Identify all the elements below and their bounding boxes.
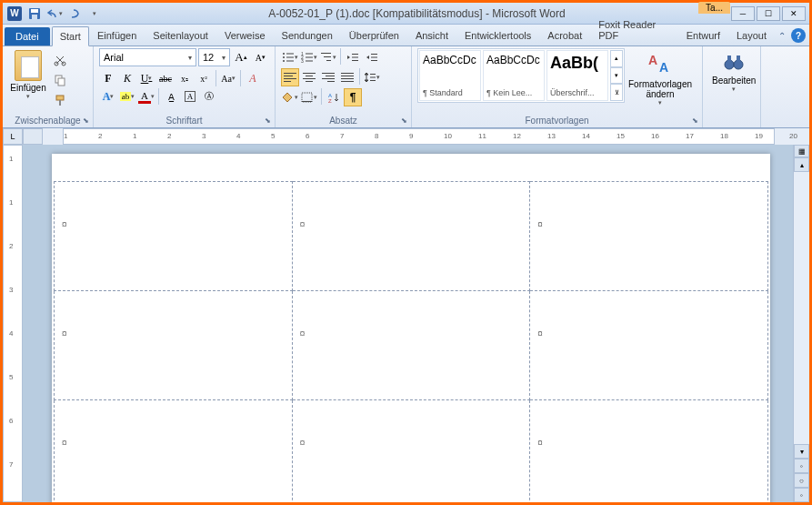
table-cell[interactable]: ¤: [55, 291, 293, 400]
paragraph-group-label: Absatz: [276, 114, 411, 127]
style-heading1[interactable]: AaBb( Überschrif...: [546, 50, 608, 101]
gallery-more-icon[interactable]: ⊻: [610, 84, 623, 101]
font-name-combo[interactable]: Arial▾: [99, 48, 196, 66]
tab-developer[interactable]: Entwicklertools: [456, 25, 539, 45]
redo-icon[interactable]: [66, 5, 83, 22]
browse-prev-icon[interactable]: ◦: [794, 459, 809, 473]
cut-icon[interactable]: [52, 52, 68, 68]
bullets-button[interactable]: ▾: [281, 48, 299, 66]
svg-rect-1: [31, 9, 38, 13]
grow-font-icon[interactable]: A▴: [232, 48, 249, 66]
qat-customize-icon[interactable]: ▾: [86, 5, 103, 22]
cell-end-mark: ¤: [537, 218, 543, 229]
gallery-down-icon[interactable]: ▾: [610, 67, 623, 85]
scroll-up-button[interactable]: ▴: [794, 157, 809, 172]
gallery-up-icon[interactable]: ▴: [610, 50, 623, 67]
ribbon-tabs: Datei Start Einfügen Seitenlayout Verwei…: [3, 25, 809, 46]
tab-references[interactable]: Verweise: [216, 25, 274, 45]
word-app-icon[interactable]: W: [6, 5, 23, 22]
svg-point-39: [725, 60, 734, 69]
close-button[interactable]: ✕: [782, 6, 806, 21]
minimize-button[interactable]: ─: [731, 6, 755, 21]
scroll-down-button[interactable]: ▾: [794, 444, 809, 459]
style-standard[interactable]: AaBbCcDc ¶ Standard: [419, 50, 481, 101]
format-painter-icon[interactable]: [52, 92, 68, 108]
increase-indent-button[interactable]: [363, 48, 381, 66]
highlight-button[interactable]: ab▾: [118, 87, 136, 106]
vertical-ruler[interactable]: 11234567: [3, 145, 23, 502]
file-tab[interactable]: Datei: [5, 27, 50, 45]
save-icon[interactable]: [26, 5, 43, 22]
find-button[interactable]: Bearbeiten ▾: [708, 48, 759, 127]
maximize-button[interactable]: ☐: [757, 6, 780, 21]
editing-label: Bearbeiten: [712, 76, 756, 86]
align-right-button[interactable]: [319, 68, 337, 86]
change-case-button[interactable]: Aa▾: [219, 69, 237, 87]
undo-icon[interactable]: ▾: [46, 5, 63, 22]
copy-icon[interactable]: [52, 72, 68, 88]
svg-point-13: [283, 60, 285, 62]
table-cell[interactable]: ¤: [530, 400, 768, 503]
multilevel-list-button[interactable]: ▾: [319, 48, 337, 66]
tab-acrobat[interactable]: Acrobat: [539, 25, 590, 45]
tab-design[interactable]: Entwurf: [678, 25, 728, 45]
sort-button[interactable]: AZ: [325, 88, 343, 106]
strikethrough-button[interactable]: abc: [156, 69, 175, 87]
align-left-button[interactable]: [281, 68, 299, 86]
help-icon[interactable]: ?: [791, 28, 806, 43]
label-table[interactable]: ¤ ¤ ¤ ¤ ¤ ¤ ¤ ¤ ¤: [54, 181, 768, 502]
scroll-track[interactable]: [794, 172, 809, 444]
document-page[interactable]: ¤ ¤ ¤ ¤ ¤ ¤ ¤ ¤ ¤: [52, 154, 770, 502]
align-center-button[interactable]: [300, 68, 318, 86]
ruler-toggle-icon[interactable]: ▦: [794, 145, 809, 157]
line-spacing-button[interactable]: ▾: [363, 68, 381, 86]
superscript-button[interactable]: x²: [195, 69, 213, 87]
table-cell[interactable]: ¤: [292, 182, 530, 291]
char-shading-icon[interactable]: A̲: [162, 87, 180, 106]
enclose-chars-icon[interactable]: Ⓐ: [200, 87, 218, 106]
borders-button[interactable]: ▾: [300, 88, 318, 106]
table-cell[interactable]: ¤: [55, 400, 293, 503]
font-color-button[interactable]: A▾: [137, 87, 155, 106]
tab-layout[interactable]: Layout: [728, 25, 775, 45]
table-cell[interactable]: ¤: [292, 400, 530, 503]
tab-foxit[interactable]: Foxit Reader PDF: [590, 15, 677, 45]
table-tools-context-tab[interactable]: Ta...: [698, 2, 730, 14]
shading-button[interactable]: ▾: [281, 88, 299, 106]
svg-point-40: [734, 60, 743, 69]
style-no-spacing[interactable]: AaBbCcDc ¶ Kein Lee...: [483, 50, 545, 101]
bold-button[interactable]: F: [99, 69, 117, 87]
shrink-font-icon[interactable]: A▾: [252, 48, 269, 66]
clipboard-dialog-launcher[interactable]: ⬊: [80, 115, 91, 126]
char-border-icon[interactable]: A: [181, 87, 199, 106]
tab-page-layout[interactable]: Seitenlayout: [145, 25, 216, 45]
table-cell[interactable]: ¤: [55, 182, 293, 291]
show-hide-marks-button[interactable]: ¶: [344, 88, 362, 106]
table-cell[interactable]: ¤: [292, 291, 530, 400]
decrease-indent-button[interactable]: [344, 48, 362, 66]
svg-rect-25: [352, 57, 358, 58]
text-effects-button[interactable]: A▾: [99, 87, 117, 106]
table-cell[interactable]: ¤: [530, 182, 768, 291]
browse-next-icon[interactable]: ◦: [794, 488, 809, 502]
justify-button[interactable]: [338, 68, 356, 86]
styles-dialog-launcher[interactable]: ⬊: [689, 115, 700, 126]
font-size-combo[interactable]: 12▾: [198, 48, 230, 66]
underline-button[interactable]: U▾: [137, 69, 155, 87]
tab-review[interactable]: Überprüfen: [341, 25, 407, 45]
tab-mailings[interactable]: Sendungen: [274, 25, 341, 45]
italic-button[interactable]: K: [118, 69, 136, 87]
browse-select-icon[interactable]: ○: [794, 473, 809, 488]
ribbon-collapse-icon[interactable]: ⌃: [778, 31, 786, 41]
tab-view[interactable]: Ansicht: [407, 25, 456, 45]
clear-formatting-icon[interactable]: A: [244, 69, 262, 87]
subscript-button[interactable]: x₂: [175, 69, 194, 87]
tab-selector-button[interactable]: L: [3, 128, 23, 145]
table-cell[interactable]: ¤: [530, 291, 768, 400]
numbering-button[interactable]: 123▾: [300, 48, 318, 66]
font-dialog-launcher[interactable]: ⬊: [262, 115, 273, 126]
tab-insert[interactable]: Einfügen: [89, 25, 145, 45]
paragraph-dialog-launcher[interactable]: ⬊: [398, 115, 409, 126]
tab-start[interactable]: Start: [52, 26, 89, 46]
horizontal-ruler[interactable]: 121234567891011121314151617181920: [63, 128, 775, 145]
